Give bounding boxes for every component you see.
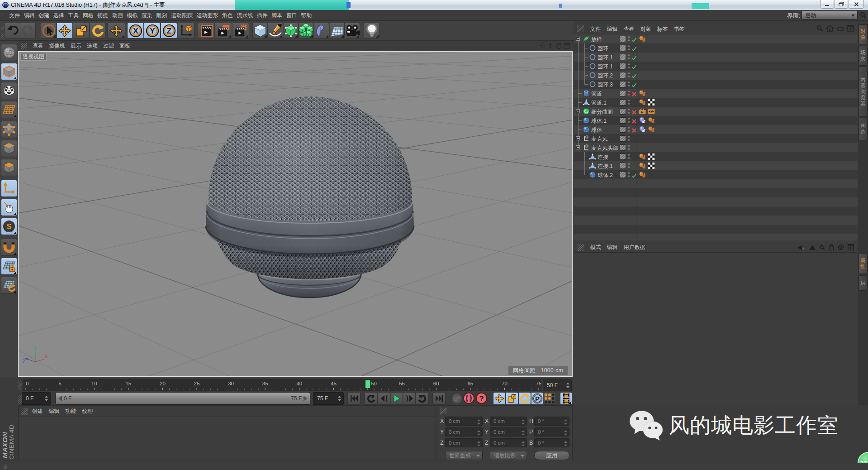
spinner-icon[interactable] [522, 419, 525, 425]
perspective-viewport[interactable]: Y X Z 透视视图 网格间距 : 1000 cm [18, 51, 573, 377]
coord-size-Y-field[interactable]: 0 cm [490, 427, 527, 436]
tag-phong-icon[interactable] [648, 117, 655, 126]
menu-item[interactable]: 角色 [220, 10, 235, 21]
tab-层[interactable]: 层 [859, 275, 868, 291]
timeline-ruler[interactable]: 051015202530354045556065707550 [23, 379, 541, 391]
material-menu-item[interactable]: 纹理 [79, 406, 96, 417]
collapse-icon[interactable] [576, 37, 580, 41]
tag-phong-icon[interactable] [648, 126, 655, 135]
menu-item[interactable]: 窗口 [285, 10, 299, 21]
lock-workplane-button[interactable] [1, 258, 17, 275]
am-back-icon[interactable] [798, 244, 806, 252]
object-row[interactable]: 连接 [574, 152, 858, 161]
object-row[interactable]: 圆环.1 [574, 53, 858, 62]
timeline-range-slider[interactable]: 0 F 75 F [55, 392, 310, 405]
editor-visibility-dot[interactable] [628, 45, 630, 47]
object-manager-grip[interactable] [577, 25, 584, 32]
apply-button[interactable]: 应用 [534, 451, 569, 460]
object-icon-sphere[interactable] [589, 171, 596, 180]
move-button[interactable] [57, 23, 73, 38]
spinner-icon[interactable] [477, 430, 480, 436]
expand-icon[interactable] [576, 109, 580, 113]
viewport-menu-item[interactable]: 显示 [68, 41, 84, 51]
live-selection-button[interactable] [41, 23, 57, 38]
tag-texture-icon[interactable] [648, 162, 655, 171]
spinner-icon[interactable] [45, 396, 48, 401]
layer-box[interactable] [620, 99, 626, 106]
editor-visibility-dot[interactable] [628, 91, 630, 92]
object-icon-null[interactable] [583, 144, 590, 153]
tag-eye-icon[interactable] [648, 108, 655, 117]
play-backwards-button[interactable] [365, 392, 378, 405]
object-row[interactable]: 麦克风头部 [574, 143, 858, 152]
timeline-grip[interactable] [18, 380, 22, 390]
texture-mode-button[interactable] [1, 82, 17, 99]
attribute-manager-menu-item[interactable]: 编辑 [604, 242, 621, 253]
menu-item[interactable]: 编辑 [22, 10, 37, 21]
object-name[interactable]: 圆环.2 [598, 72, 613, 80]
om-addview-icon[interactable] [847, 25, 854, 34]
enabled-check-icon[interactable] [631, 172, 637, 180]
om-search-icon[interactable] [816, 25, 823, 34]
editor-visibility-dot[interactable] [628, 72, 630, 74]
tab-内容浏览器[interactable]: 内容浏览器 [859, 67, 868, 116]
object-row[interactable]: 连接.1 [574, 161, 858, 170]
spinner-icon[interactable] [564, 419, 567, 425]
coord-rotation-P-field[interactable]: 0 ° [534, 427, 569, 436]
coord-scale-select[interactable]: 缩放比例 [490, 451, 527, 460]
object-row[interactable]: 球体.2 [574, 170, 858, 179]
object-name[interactable]: 球体.2 [598, 172, 613, 179]
am-forward-icon[interactable] [809, 244, 816, 252]
menu-item[interactable]: 捕捉 [95, 10, 110, 21]
timeline-ruler-canvas[interactable]: 051015202530354045556065707550 [23, 380, 541, 391]
menu-item[interactable]: 模拟 [125, 10, 140, 21]
timeline-end-field[interactable]: 75 F [313, 392, 344, 405]
last-tool-button[interactable] [107, 23, 125, 38]
render-visibility-dot[interactable] [628, 157, 630, 159]
object-name[interactable]: 管道 [591, 90, 602, 98]
tag-phong-icon[interactable] [639, 153, 646, 162]
tab-对象[interactable]: 对象 [859, 24, 868, 44]
layer-box[interactable] [620, 63, 626, 69]
editor-visibility-dot[interactable] [628, 36, 630, 38]
rotate-button[interactable] [90, 23, 105, 38]
render-visibility-dot[interactable] [628, 67, 630, 68]
object-icon-null[interactable] [583, 135, 590, 144]
layer-box[interactable] [620, 153, 626, 160]
scale-button[interactable] [73, 23, 90, 38]
add-deformer-button[interactable] [314, 23, 329, 38]
render-visibility-dot[interactable] [628, 130, 630, 132]
menu-item[interactable]: 运动跟踪 [169, 10, 195, 21]
object-row[interactable]: 圆环.2 [574, 71, 858, 80]
polygons-mode-button[interactable] [1, 159, 17, 176]
object-name[interactable]: 球体 [591, 126, 602, 134]
menu-item[interactable]: 选择 [52, 10, 66, 21]
tag-phong-icon[interactable] [639, 35, 646, 44]
tag-clapper-icon[interactable] [639, 108, 646, 117]
layer-box[interactable] [620, 81, 626, 87]
spinner-icon[interactable] [477, 441, 480, 446]
layer-box[interactable] [620, 117, 626, 124]
object-icon-poly[interactable] [589, 162, 596, 171]
tag-dyn-icon[interactable] [639, 117, 646, 126]
object-icon-circle[interactable] [589, 62, 596, 72]
object-icon-circle[interactable] [589, 81, 596, 90]
layer-box[interactable] [620, 72, 626, 78]
editor-visibility-dot[interactable] [628, 118, 630, 120]
object-row[interactable]: 球体 [574, 125, 858, 134]
key-rotation-button[interactable] [518, 392, 531, 405]
model-mode-button[interactable] [1, 63, 17, 80]
menu-item[interactable]: 脚本 [270, 10, 285, 21]
render-settings-button[interactable] [232, 23, 249, 38]
object-icon-circle[interactable] [589, 72, 596, 81]
lock-y-button[interactable]: Y [144, 23, 161, 38]
render-visibility-dot[interactable] [628, 58, 630, 59]
object-icon-sds[interactable] [583, 108, 590, 117]
attribute-manager-grip[interactable] [577, 244, 584, 251]
object-name[interactable]: 放样 [591, 36, 602, 43]
render-visibility-dot[interactable] [628, 139, 630, 141]
record-keyframe-button[interactable] [463, 393, 474, 406]
editor-visibility-dot[interactable] [628, 145, 630, 147]
object-row[interactable]: 圆环.3 [574, 80, 858, 89]
editor-visibility-dot[interactable] [628, 100, 630, 101]
